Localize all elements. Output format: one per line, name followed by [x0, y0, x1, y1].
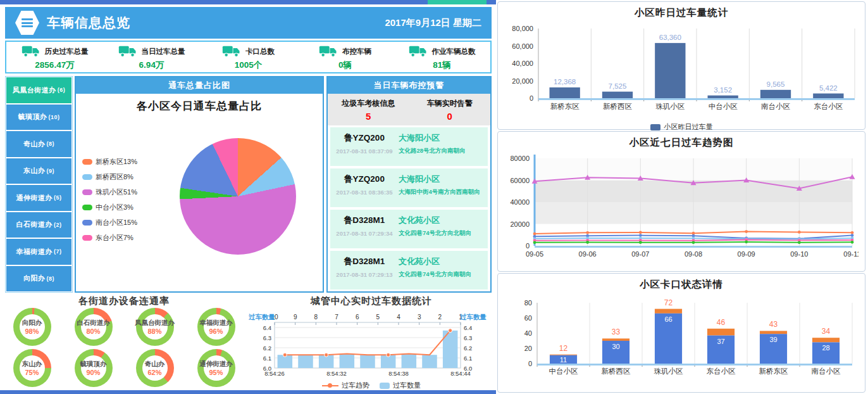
svg-text:09-10: 09-10	[790, 250, 808, 258]
gauge-0: 向阳办 98%	[1, 306, 63, 347]
svg-text:09-09: 09-09	[738, 250, 755, 258]
stat-label: 作业车辆总数	[432, 47, 476, 56]
seven-day-trend-title: 小区近七日过车趋势图	[498, 132, 865, 149]
svg-text:8:54:38: 8:54:38	[388, 370, 409, 377]
svg-text:6: 6	[356, 314, 359, 321]
truck-icon	[118, 44, 137, 58]
pie-legend-item-0[interactable]: 新桥东区13%	[82, 157, 137, 167]
pie-legend-item-2[interactable]: 珠玑小区51%	[82, 187, 137, 197]
sidebar-item-5[interactable]: 白石街道办(2)	[6, 212, 71, 238]
stat-value: 2856.47万	[35, 60, 74, 71]
svg-text:新桥西区: 新桥西区	[602, 367, 631, 375]
svg-text:40000: 40000	[510, 198, 530, 206]
alert-time: 2017-08-31 07:29:34	[330, 230, 399, 237]
svg-text:7,525: 7,525	[609, 82, 627, 90]
svg-text:60000: 60000	[510, 177, 530, 184]
svg-text:南台小区: 南台小区	[761, 103, 791, 110]
stat-item-0: 历史过车总量 2856.47万	[6, 42, 103, 72]
gauge-name: 东山办	[1, 360, 64, 369]
legend-label: 南台小区15%	[96, 218, 137, 227]
alert-address: 文化路28号北方向南朝向	[399, 147, 485, 155]
top-strip-green-segment	[428, 0, 487, 4]
svg-text:39: 39	[769, 336, 777, 343]
alert-address: 大海阳中街4号南方向西南朝向	[399, 188, 485, 196]
realtime-traffic-legend: 过车趋势过车数量	[248, 381, 495, 390]
page-title: 车辆信息总览	[47, 14, 130, 32]
alert-entry-0[interactable]: 鲁YZQ200 2017-08-31 08:37:09 大海阳小区 文化路28号…	[330, 127, 488, 166]
svg-text:8:54:44: 8:54:44	[450, 370, 471, 377]
sidebar-item-1[interactable]: 毓璜顶办(10)	[6, 105, 71, 130]
stat-label: 历史过车总量	[45, 47, 89, 56]
svg-text:60,000: 60,000	[512, 42, 533, 50]
svg-text:珠玑小区: 珠玑小区	[654, 367, 684, 375]
alert-time: 2017-08-31 08:37:09	[330, 148, 399, 155]
gauge-name: 幸福街道办	[185, 319, 248, 327]
svg-text:东台小区: 东台小区	[814, 103, 843, 110]
alert-entry-2[interactable]: 鲁D328M1 2017-08-31 07:29:34 文化苑小区 文化四巷74…	[330, 210, 488, 248]
svg-text:40: 40	[524, 329, 532, 337]
gauge-percent: 88%	[123, 327, 187, 335]
pie-chart	[180, 138, 296, 255]
svg-text:33: 33	[612, 327, 621, 336]
alert-entry-1[interactable]: 鲁YZQ200 2017-08-31 08:36:35 大海阳小区 大海阳中街4…	[330, 168, 488, 207]
garbage-truck-check-col: 垃圾车考核信息 5	[328, 98, 409, 122]
stat-item-2: 卡口总数 1005个	[200, 42, 297, 72]
gauge-4: 东山办 75%	[1, 347, 63, 388]
sidebar-item-3[interactable]: 东山办(9)	[6, 158, 71, 184]
alert-list: 鲁YZQ200 2017-08-31 08:37:09 大海阳小区 文化路28号…	[328, 125, 490, 289]
svg-text:72: 72	[664, 298, 673, 307]
pie-legend-item-5[interactable]: 东台小区7%	[82, 233, 137, 243]
community-name: 大海阳小区	[399, 174, 485, 185]
plate-number: 鲁D328M1	[330, 215, 399, 226]
alert-address: 文化四巷74号北方向北朝向	[399, 229, 485, 237]
svg-text:5,422: 5,422	[819, 84, 838, 92]
pie-legend-item-1[interactable]: 新桥西区8%	[82, 172, 137, 182]
truck-icon	[222, 44, 241, 58]
sidebar-item-7[interactable]: 向阳办(8)	[6, 266, 71, 292]
sidebar-item-4[interactable]: 通伸街道办(5)	[6, 185, 71, 211]
stat-value: 6.94万	[139, 60, 164, 71]
pie-chart-title: 各小区今日通车总量占比	[76, 99, 323, 113]
garbage-truck-check-label: 垃圾车考核信息	[328, 98, 409, 109]
svg-text:80: 80	[524, 299, 532, 307]
sidebar-item-6[interactable]: 幸福街道办(7)	[6, 239, 71, 265]
svg-text:66: 66	[664, 315, 672, 323]
legend-swatch	[82, 159, 92, 165]
checkpoint-status-panel: 小区卡口状态详情 0204060801112中台小区3033新桥西区6672珠玑…	[497, 273, 865, 393]
stat-value: 1005个	[235, 60, 263, 71]
vehicle-dashboard: 车辆信息总览 2017年9月12日 星期二 历史过车总量 2856.47万 当日…	[0, 0, 868, 394]
legend-label: 小区昨日过车量	[664, 122, 713, 132]
svg-text:40,000: 40,000	[512, 60, 533, 67]
svg-text:9: 9	[294, 314, 297, 321]
header-date: 2017年9月12日 星期二	[385, 17, 481, 29]
truck-icon	[319, 44, 338, 58]
menu-list-icon	[15, 11, 39, 35]
legend-swatch	[82, 235, 92, 241]
svg-text:6.2: 6.2	[263, 345, 271, 352]
stat-item-1: 当日过车总量 6.94万	[103, 42, 200, 72]
svg-text:新桥西区: 新桥西区	[603, 103, 633, 110]
svg-text:中台小区: 中台小区	[709, 103, 738, 110]
svg-text:8: 8	[314, 314, 318, 321]
svg-text:80,000: 80,000	[512, 25, 533, 32]
sidebar-item-0[interactable]: 凤凰台街道办(6)	[6, 77, 71, 103]
svg-text:9,565: 9,565	[767, 80, 785, 88]
checkpoint-status-title: 小区卡口状态详情	[498, 274, 865, 291]
sidebar-item-2[interactable]: 奇山办(8)	[6, 131, 71, 157]
legend-trend[interactable]: 过车趋势	[322, 381, 369, 390]
stat-label: 当日过车总量	[142, 47, 185, 56]
alert-subheader: 垃圾车考核信息 5 车辆实时告警 0	[328, 94, 490, 125]
svg-text:东台小区: 东台小区	[707, 367, 736, 375]
pie-legend-item-4[interactable]: 南台小区15%	[82, 218, 137, 227]
pie-legend-item-3[interactable]: 中台小区3%	[82, 203, 137, 212]
alert-entry-3[interactable]: 鲁D328M1 2017-08-31 07:29:13 文化苑小区 文化四巷74…	[330, 251, 488, 289]
svg-text:3: 3	[418, 314, 421, 321]
svg-text:8:54:26: 8:54:26	[264, 370, 285, 377]
truck-icon	[22, 44, 40, 58]
legend-swatch	[82, 220, 92, 226]
legend-count[interactable]: 过车数量	[380, 381, 421, 390]
stat-value: 0辆	[338, 60, 352, 71]
svg-text:新桥东区: 新桥东区	[759, 367, 789, 375]
svg-text:0: 0	[528, 360, 532, 367]
realtime-traffic-chart: 6.06.06.16.16.26.26.36.36.46.41098765432…	[248, 307, 495, 382]
